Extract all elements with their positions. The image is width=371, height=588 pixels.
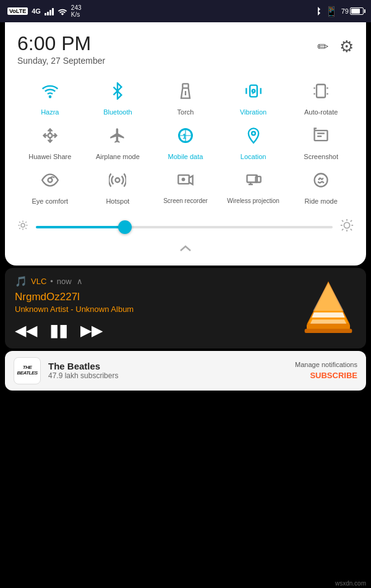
tile-icon-screen-recorder [171,166,200,194]
tiles-grid: Hazra Bluetooth Torch [17,77,354,206]
tile-label-hotspot: Hotspot [106,197,129,205]
tile-huawei-share[interactable]: Huawei Share [17,121,83,161]
vlc-content: 🎵 VLC • now ∧ NrgmdOz227l Unknown Artist… [15,275,301,340]
header-icons: ✏ ⚙ [317,33,354,56]
svg-marker-45 [310,319,346,324]
tile-bluetooth[interactable]: Bluetooth [85,77,151,116]
edit-icon[interactable]: ✏ [317,39,328,55]
beatles-subscribers: 47.9 lakh subscribers [48,371,288,380]
svg-line-41 [351,220,352,222]
tile-label-bluetooth: Bluetooth [103,108,132,116]
vlc-next-button[interactable]: ▶▶ [80,322,103,339]
vibration-icon: 1 [245,82,262,100]
tile-icon-hotspot [103,166,132,194]
tile-wireless-projection[interactable]: Wireless projection [221,166,286,205]
tile-label-wireless-projection: Wireless projection [227,197,279,205]
svg-line-32 [25,222,27,223]
svg-rect-6 [317,85,325,98]
tile-label-huawei-share: Huawei Share [28,153,71,161]
tile-vibration[interactable]: 1 Vibration [221,77,286,116]
wifi-status-icon [58,7,67,15]
brightness-fill [36,226,125,228]
svg-marker-43 [313,282,344,311]
eye-comfort-icon [41,171,59,189]
svg-line-38 [342,220,343,222]
airplane-icon [109,127,126,144]
status-right: 📱 79 [314,6,364,17]
svg-line-40 [342,228,343,230]
wifi-icon [41,82,59,100]
tile-icon-ride-mode [307,166,335,194]
brightness-track[interactable] [36,226,333,228]
tile-label-screen-recorder: Screen recorder [163,197,208,205]
tile-auto-rotate[interactable]: Auto-rotate [288,77,354,116]
svg-line-31 [19,228,20,229]
svg-line-30 [25,228,27,229]
tile-airplane[interactable]: Airplane mode [85,121,151,161]
status-bar: VoLTE 4G 243 K/s 📱 79 [0,0,371,22]
beatles-channel-name: The Beatles [48,361,288,371]
svg-point-23 [315,174,328,187]
battery-fill [351,9,360,14]
battery-box [350,7,364,15]
location-icon [245,127,262,144]
tile-hazra[interactable]: Hazra [17,77,83,116]
tile-label-hazra: Hazra [41,108,59,116]
svg-point-14 [48,178,52,183]
tile-icon-mobile-data: 1 [171,121,200,150]
screen-recorder-icon [177,171,194,189]
time-date: 6:00 PM Sunday, 27 September [17,33,105,66]
tile-torch[interactable]: Torch [153,77,218,116]
svg-point-10 [252,132,255,136]
beatles-logo: THEBEATLES [14,357,41,384]
tile-label-ride-mode: Ride mode [305,197,338,205]
bluetooth-status-icon [314,6,322,16]
vlc-time: now [57,277,72,286]
4g-indicator: 4G [32,7,41,15]
tile-ride-mode[interactable]: Ride mode [288,166,354,205]
panel-header: 6:00 PM Sunday, 27 September ✏ ⚙ [17,33,354,66]
phone-frame-icon: 📱 [325,6,338,17]
svg-marker-17 [189,176,193,184]
tile-mobile-data[interactable]: 1 Mobile data [153,121,218,161]
tile-hotspot[interactable]: Hotspot [85,166,151,205]
svg-point-15 [116,178,120,183]
tile-icon-vibration: 1 [239,77,268,105]
tile-eye-comfort[interactable]: Eye comfort [17,166,83,205]
vlc-chevron-icon: ∧ [77,277,83,286]
vlc-notification[interactable]: 🎵 VLC • now ∧ NrgmdOz227l Unknown Artist… [5,268,366,348]
vlc-cone-logo [301,277,356,339]
beatles-logo-text: THEBEATLES [17,365,37,376]
wireless-projection-icon [245,171,262,189]
tile-label-airplane: Airplane mode [96,153,140,161]
tile-screen-recorder[interactable]: Screen recorder [153,166,218,205]
quick-settings-panel: 6:00 PM Sunday, 27 September ✏ ⚙ Hazra [5,22,366,266]
svg-point-24 [21,223,25,227]
vlc-separator: • [50,277,53,286]
tile-location[interactable]: Location [221,121,286,161]
svg-marker-44 [312,312,344,317]
vlc-prev-button[interactable]: ◀◀ [15,322,37,339]
vlc-track-name: NrgmdOz227l [15,291,301,303]
beatles-notification[interactable]: THEBEATLES The Beatles 47.9 lakh subscri… [5,351,366,391]
ride-mode-icon [312,171,330,189]
vlc-app-icon: 🎵 [15,275,27,287]
svg-point-0 [49,96,51,97]
tile-icon-wireless-projection [239,166,268,194]
subscribe-button[interactable]: SUBSCRIBE [310,371,357,380]
auto-rotate-icon [312,82,330,100]
tile-label-mobile-data: Mobile data [168,153,203,161]
tile-label-vibration: Vibration [240,108,267,116]
settings-icon[interactable]: ⚙ [339,37,354,56]
collapse-arrow[interactable] [17,242,354,256]
vlc-pause-button[interactable]: ▮▮ [49,320,68,340]
volte-badge: VoLTE [7,7,28,15]
tile-icon-huawei-share [36,121,64,150]
tile-icon-torch [171,77,200,105]
current-time: 6:00 PM [17,33,105,53]
brightness-thumb[interactable] [118,220,132,234]
current-date: Sunday, 27 September [17,56,105,66]
bluetooth-icon [109,82,126,100]
tile-screenshot[interactable]: Screenshot [288,121,354,161]
svg-line-39 [351,228,352,230]
